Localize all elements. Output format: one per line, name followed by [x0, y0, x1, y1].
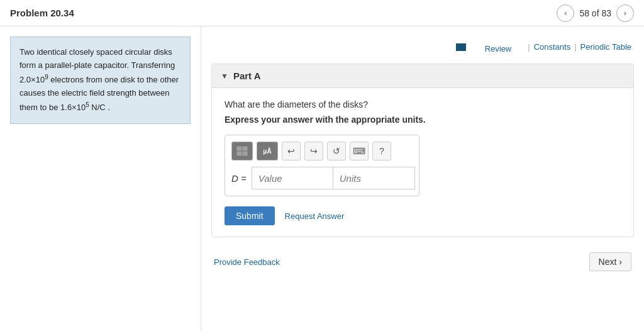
part-a-title: Part A [233, 70, 261, 81]
keyboard-icon: ⌨ [353, 146, 365, 156]
next-button[interactable]: Next › [589, 252, 631, 271]
undo-icon: ↩ [287, 146, 295, 156]
d-label: D = [231, 173, 247, 184]
buttons-row: Submit Request Answer [225, 206, 621, 225]
page-header: Problem 20.34 ‹ 58 of 83 › [0, 0, 644, 26]
next-label: Next [599, 257, 617, 267]
submit-button[interactable]: Submit [225, 206, 275, 225]
periodic-table-link[interactable]: Periodic Table [580, 42, 631, 52]
bottom-row: Provide Feedback Next › [201, 242, 644, 281]
reset-button[interactable]: ↺ [327, 142, 346, 160]
part-a-body: What are the diameters of the disks? Exp… [212, 88, 633, 237]
svg-rect-0 [237, 147, 242, 150]
toolbar: μÅ ↩ ↪ ↺ ⌨ [231, 142, 413, 160]
constants-link[interactable]: Constants [534, 42, 571, 52]
input-row: D = [231, 167, 413, 189]
svg-rect-1 [243, 147, 247, 150]
part-a-section: ▼ Part A What are the diameters of the d… [211, 64, 634, 237]
answer-area: μÅ ↩ ↪ ↺ ⌨ [225, 135, 419, 196]
reset-icon: ↺ [333, 146, 340, 156]
collapse-icon[interactable]: ▼ [221, 72, 228, 81]
nav-count: 58 of 83 [579, 8, 611, 18]
sidebar: Two identical closely spaced circular di… [0, 26, 201, 331]
problem-title: Problem 20.34 [10, 8, 74, 18]
next-nav-button[interactable]: › [616, 4, 634, 22]
review-icon [456, 43, 466, 51]
undo-button[interactable]: ↩ [282, 142, 301, 160]
problem-description: Two identical closely spaced circular di… [10, 36, 191, 124]
units-button[interactable]: μÅ [257, 142, 278, 160]
help-button[interactable]: ? [372, 142, 391, 160]
matrix-icon [236, 146, 248, 156]
request-answer-link[interactable]: Request Answer [285, 211, 345, 221]
redo-button[interactable]: ↪ [304, 142, 323, 160]
svg-rect-2 [237, 152, 242, 155]
separator-2: | [574, 42, 576, 52]
units-input[interactable] [333, 167, 415, 189]
svg-rect-3 [243, 152, 247, 155]
nav-controls: ‹ 58 of 83 › [557, 4, 634, 22]
feedback-link[interactable]: Provide Feedback [214, 257, 280, 267]
main-layout: Two identical closely spaced circular di… [0, 26, 644, 331]
help-icon: ? [379, 146, 384, 156]
keyboard-button[interactable]: ⌨ [350, 142, 369, 160]
separator-1: | [528, 42, 530, 52]
redo-icon: ↪ [310, 146, 318, 156]
question-text: What are the diameters of the disks? [225, 99, 621, 109]
value-input[interactable] [252, 167, 333, 189]
content-area: Review | Constants | Periodic Table ▼ Pa… [201, 26, 644, 331]
part-a-header: ▼ Part A [212, 64, 633, 88]
review-link[interactable]: Review [472, 35, 525, 59]
units-label: μÅ [263, 148, 271, 155]
instruction-text: Express your answer with the appropriate… [225, 115, 621, 125]
next-arrow-icon: › [619, 257, 622, 267]
matrix-button[interactable] [231, 142, 253, 160]
top-links: Review | Constants | Periodic Table [201, 26, 644, 64]
prev-button[interactable]: ‹ [557, 4, 574, 22]
